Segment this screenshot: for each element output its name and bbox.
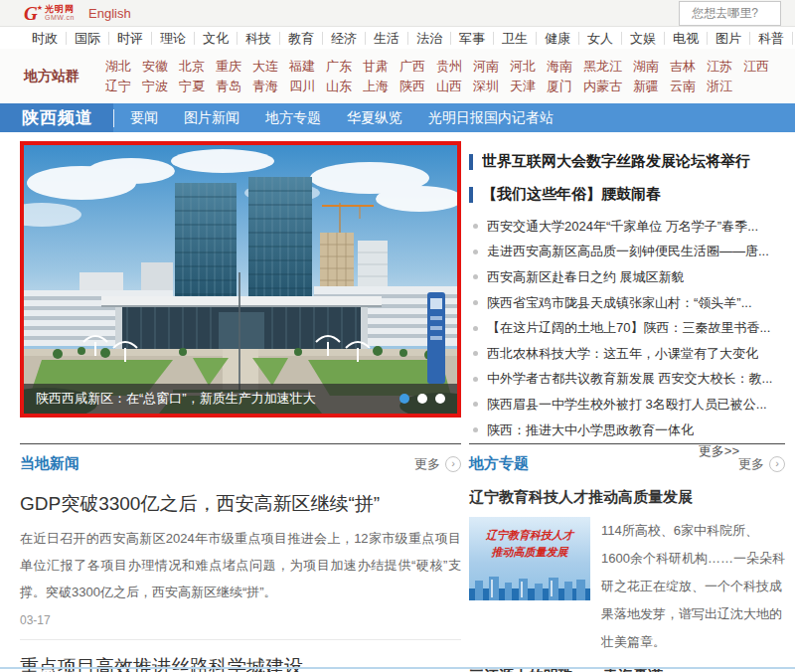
region-link[interactable]: 陕西 [399, 78, 425, 95]
region-link[interactable]: 青岛 [216, 78, 241, 95]
main-nav-item[interactable]: 女人 [579, 32, 622, 45]
region-link[interactable]: 内蒙古 [583, 78, 622, 95]
region-link[interactable]: 湖南 [633, 58, 659, 76]
region-link[interactable]: 新疆 [633, 78, 659, 95]
channel-nav-item[interactable]: 要闻 [130, 109, 158, 127]
region-link[interactable]: 黑龙江 [583, 58, 622, 76]
region-link[interactable]: 安徽 [142, 58, 168, 76]
local-topics-title[interactable]: 地方专题 [469, 454, 529, 473]
headline-item[interactable]: 西安交通大学2024年“千家单位 万名学子”春季... [469, 214, 785, 240]
featured-headline[interactable]: 【我们这些年俗】腰鼓闹春 [469, 178, 785, 211]
region-link[interactable]: 山西 [436, 78, 462, 95]
region-link[interactable]: 吉林 [670, 58, 696, 76]
topic-thumbnail-liaoning[interactable]: 辽宁教育科技人才 推动高质量发展 [469, 517, 590, 600]
headline-item[interactable]: 中外学者古都共议教育新发展 西安交大校长：教... [469, 367, 785, 393]
headline-item[interactable]: 【在这片辽阔的土地上70】陕西：三秦故里书香... [469, 315, 785, 341]
main-nav-item[interactable]: 文娱 [622, 32, 665, 45]
region-link[interactable]: 宁波 [142, 78, 168, 95]
headline-item[interactable]: 陕西：推进大中小学思政教育一体化 [469, 418, 785, 443]
headline-accent-bar [469, 154, 473, 170]
gmw-logo[interactable]: G ★ 光明网 GMW.cn [24, 4, 75, 23]
main-nav-item[interactable]: 健康 [537, 32, 579, 45]
main-nav-item[interactable]: 电视 [665, 32, 708, 45]
region-link[interactable]: 厦门 [547, 78, 572, 95]
region-link[interactable]: 深圳 [473, 78, 499, 95]
main-content: 陕西西咸新区：在“总窗口”，新质生产力加速壮大 当地新闻 更多 › GDP突破3… [0, 132, 795, 672]
headline-item-text: 走进西安高新区高品质一刻钟便民生活圈——唐... [487, 243, 769, 260]
region-stations-label: 地方站群 [24, 68, 80, 85]
topic-article-1: 辽宁教育科技人才推动高质量发展 辽宁教育科技人才 推动高质量发展 1 [469, 477, 785, 656]
main-nav-item[interactable]: 卫生 [494, 32, 537, 45]
headline-item[interactable]: 西安高新区赴春日之约 展城区新貌 [469, 264, 785, 290]
region-link[interactable]: 天津 [510, 78, 536, 95]
channel-nav-item[interactable]: 光明日报国内记者站 [428, 109, 554, 127]
region-link[interactable]: 广西 [399, 58, 425, 76]
main-nav-item[interactable]: 教育 [280, 32, 323, 45]
headline-item[interactable]: 西北农林科技大学：这五年，小课堂有了大变化 [469, 341, 785, 367]
channel-nav-item[interactable]: 图片新闻 [184, 109, 239, 127]
carousel-caption[interactable]: 陕西西咸新区：在“总窗口”，新质生产力加速壮大 [36, 390, 399, 408]
region-link[interactable]: 江西 [743, 58, 769, 76]
channel-title[interactable]: 陕西频道 [22, 106, 93, 129]
news-article-title[interactable]: 重点项目高效推进丝路科学城建设 [20, 654, 461, 672]
main-nav-item[interactable]: 科技 [238, 32, 280, 45]
channel-nav-item[interactable]: 地方专题 [265, 109, 321, 127]
site-navigator-select[interactable]: 您想去哪里? [679, 1, 781, 26]
news-article-title[interactable]: GDP突破3300亿之后，西安高新区继续“拼” [20, 491, 461, 517]
headline-item-text: 陕西眉县一中学生校外被打 3名殴打人员已被公... [487, 396, 767, 414]
region-link[interactable]: 云南 [670, 78, 696, 95]
region-link[interactable]: 海南 [547, 58, 572, 76]
region-link[interactable]: 广东 [326, 58, 352, 76]
region-link[interactable]: 湖北 [105, 58, 131, 76]
main-nav-item[interactable]: 法治 [408, 32, 451, 45]
region-link[interactable]: 福建 [289, 58, 315, 76]
main-nav-list: 时政 国际 时评 理论 文化 科技 教育 经济 生活 法治 军事 卫生 健康 女… [24, 32, 771, 45]
featured-headline[interactable]: 世界互联网大会数字丝路发展论坛将举行 [469, 145, 785, 178]
headline-item[interactable]: 走进西安高新区高品质一刻钟便民生活圈——唐... [469, 240, 785, 265]
main-nav-item[interactable]: 国际 [67, 32, 109, 45]
main-nav-item[interactable]: 军事 [451, 32, 494, 45]
headline-item-text: 【在这片辽阔的土地上70】陕西：三秦故里书香... [487, 319, 770, 337]
carousel-dot-1[interactable] [399, 394, 409, 404]
region-link[interactable]: 贵州 [436, 58, 462, 76]
region-link[interactable]: 甘肃 [363, 58, 389, 76]
main-nav-item[interactable]: 科普 [750, 32, 793, 45]
main-nav-item[interactable]: 生活 [366, 32, 408, 45]
region-link[interactable]: 江苏 [707, 58, 732, 76]
main-nav-item[interactable]: 理论 [152, 32, 195, 45]
main-nav-item[interactable]: 文化 [195, 32, 238, 45]
thumb-text-line1: 辽宁教育科技人才 [469, 527, 590, 544]
region-link[interactable]: 宁夏 [179, 78, 205, 95]
region-link[interactable]: 大连 [252, 58, 278, 76]
headline-item[interactable]: 陕西眉县一中学生校外被打 3名殴打人员已被公... [469, 392, 785, 418]
headline-item[interactable]: 陕西省宝鸡市陇县天成镇张家山村：“领头羊”... [469, 290, 785, 316]
region-link[interactable]: 四川 [289, 78, 315, 95]
carousel-dot-2[interactable] [417, 394, 427, 404]
region-link[interactable]: 山东 [326, 78, 352, 95]
carousel-dot-3[interactable] [435, 394, 445, 404]
region-link[interactable]: 辽宁 [105, 78, 131, 95]
region-link[interactable]: 浙江 [707, 78, 732, 95]
main-nav-item[interactable]: 时政 [24, 32, 67, 45]
local-topics-more[interactable]: 更多 › [738, 455, 785, 473]
carousel-caption-bar: 陕西西咸新区：在“总窗口”，新质生产力加速壮大 [24, 384, 457, 414]
region-link[interactable]: 青海 [252, 78, 278, 95]
region-link[interactable]: 河南 [473, 58, 499, 76]
bullet-icon [473, 402, 478, 407]
region-link[interactable]: 重庆 [216, 58, 241, 76]
region-link[interactable]: 北京 [179, 58, 205, 76]
main-nav-item[interactable]: 图片 [708, 32, 750, 45]
region-link[interactable]: 上海 [363, 78, 389, 95]
topic-article-title[interactable]: 辽宁教育科技人才推动高质量发展 [469, 488, 785, 507]
main-nav-item[interactable]: 经济 [323, 32, 366, 45]
english-link[interactable]: English [88, 6, 131, 21]
local-news-more[interactable]: 更多 › [414, 455, 461, 473]
local-news-title[interactable]: 当地新闻 [20, 454, 80, 473]
photo-carousel[interactable]: 陕西西咸新区：在“总窗口”，新质生产力加速壮大 [20, 141, 461, 418]
bullet-headlines: 西安交通大学2024年“千家单位 万名学子”春季... 走进西安高新区高品质一刻… [469, 214, 785, 442]
featured-headline-text: 世界互联网大会数字丝路发展论坛将举行 [482, 152, 750, 171]
more-arrow-icon: › [769, 456, 785, 472]
region-link[interactable]: 河北 [510, 58, 536, 76]
channel-nav-item[interactable]: 华夏纵览 [347, 109, 402, 127]
main-nav-item[interactable]: 时评 [109, 32, 152, 45]
